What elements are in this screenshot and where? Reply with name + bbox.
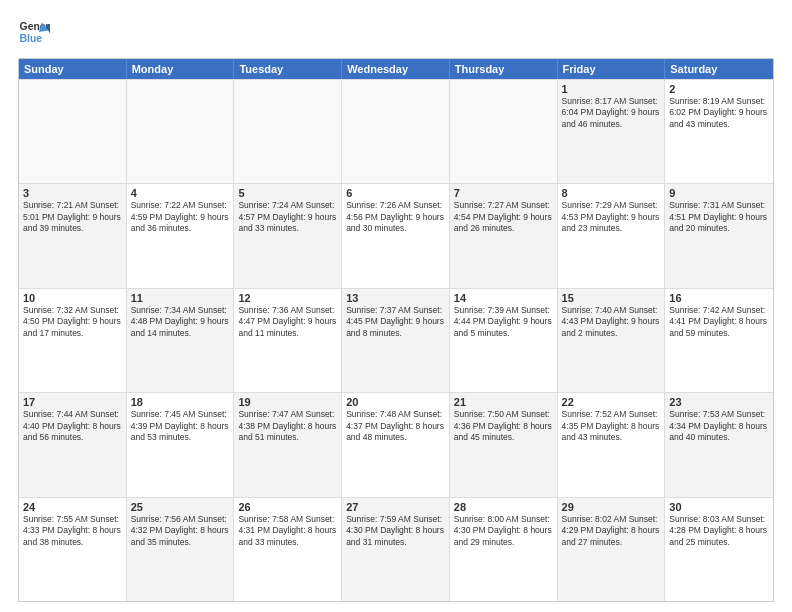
calendar-cell [19,80,127,183]
calendar-header-cell: Sunday [19,59,127,79]
day-info: Sunrise: 7:59 AM Sunset: 4:30 PM Dayligh… [346,514,445,548]
calendar-cell: 6Sunrise: 7:26 AM Sunset: 4:56 PM Daylig… [342,184,450,287]
calendar-cell: 26Sunrise: 7:58 AM Sunset: 4:31 PM Dayli… [234,498,342,601]
calendar-cell: 30Sunrise: 8:03 AM Sunset: 4:28 PM Dayli… [665,498,773,601]
day-number: 23 [669,396,769,408]
calendar-header-cell: Thursday [450,59,558,79]
calendar-header-cell: Friday [558,59,666,79]
calendar-header-cell: Tuesday [234,59,342,79]
calendar-cell: 15Sunrise: 7:40 AM Sunset: 4:43 PM Dayli… [558,289,666,392]
day-number: 27 [346,501,445,513]
day-number: 24 [23,501,122,513]
calendar-cell: 7Sunrise: 7:27 AM Sunset: 4:54 PM Daylig… [450,184,558,287]
day-number: 18 [131,396,230,408]
day-number: 19 [238,396,337,408]
day-info: Sunrise: 7:48 AM Sunset: 4:37 PM Dayligh… [346,409,445,443]
day-number: 16 [669,292,769,304]
calendar-cell: 11Sunrise: 7:34 AM Sunset: 4:48 PM Dayli… [127,289,235,392]
calendar-row: 10Sunrise: 7:32 AM Sunset: 4:50 PM Dayli… [19,288,773,392]
day-info: Sunrise: 7:32 AM Sunset: 4:50 PM Dayligh… [23,305,122,339]
calendar-cell [234,80,342,183]
day-number: 29 [562,501,661,513]
day-info: Sunrise: 8:00 AM Sunset: 4:30 PM Dayligh… [454,514,553,548]
calendar-cell: 18Sunrise: 7:45 AM Sunset: 4:39 PM Dayli… [127,393,235,496]
day-number: 7 [454,187,553,199]
calendar-cell: 1Sunrise: 8:17 AM Sunset: 6:04 PM Daylig… [558,80,666,183]
calendar-cell [127,80,235,183]
calendar-cell: 27Sunrise: 7:59 AM Sunset: 4:30 PM Dayli… [342,498,450,601]
calendar-row: 3Sunrise: 7:21 AM Sunset: 5:01 PM Daylig… [19,183,773,287]
day-info: Sunrise: 7:22 AM Sunset: 4:59 PM Dayligh… [131,200,230,234]
day-number: 3 [23,187,122,199]
calendar-cell: 16Sunrise: 7:42 AM Sunset: 4:41 PM Dayli… [665,289,773,392]
calendar-cell: 14Sunrise: 7:39 AM Sunset: 4:44 PM Dayli… [450,289,558,392]
calendar-header: SundayMondayTuesdayWednesdayThursdayFrid… [19,59,773,79]
header-row: General Blue [18,16,774,48]
calendar-cell: 9Sunrise: 7:31 AM Sunset: 4:51 PM Daylig… [665,184,773,287]
day-number: 11 [131,292,230,304]
day-number: 1 [562,83,661,95]
day-info: Sunrise: 8:02 AM Sunset: 4:29 PM Dayligh… [562,514,661,548]
day-info: Sunrise: 7:27 AM Sunset: 4:54 PM Dayligh… [454,200,553,234]
calendar-cell: 20Sunrise: 7:48 AM Sunset: 4:37 PM Dayli… [342,393,450,496]
day-info: Sunrise: 7:58 AM Sunset: 4:31 PM Dayligh… [238,514,337,548]
logo-icon: General Blue [18,16,50,48]
calendar: SundayMondayTuesdayWednesdayThursdayFrid… [18,58,774,602]
calendar-cell: 5Sunrise: 7:24 AM Sunset: 4:57 PM Daylig… [234,184,342,287]
day-info: Sunrise: 7:42 AM Sunset: 4:41 PM Dayligh… [669,305,769,339]
day-number: 4 [131,187,230,199]
calendar-cell: 3Sunrise: 7:21 AM Sunset: 5:01 PM Daylig… [19,184,127,287]
day-info: Sunrise: 8:17 AM Sunset: 6:04 PM Dayligh… [562,96,661,130]
day-number: 10 [23,292,122,304]
calendar-cell: 21Sunrise: 7:50 AM Sunset: 4:36 PM Dayli… [450,393,558,496]
calendar-header-cell: Saturday [665,59,773,79]
day-info: Sunrise: 7:55 AM Sunset: 4:33 PM Dayligh… [23,514,122,548]
day-info: Sunrise: 7:31 AM Sunset: 4:51 PM Dayligh… [669,200,769,234]
calendar-row: 1Sunrise: 8:17 AM Sunset: 6:04 PM Daylig… [19,79,773,183]
day-info: Sunrise: 8:03 AM Sunset: 4:28 PM Dayligh… [669,514,769,548]
day-number: 26 [238,501,337,513]
day-number: 21 [454,396,553,408]
day-number: 6 [346,187,445,199]
calendar-cell: 25Sunrise: 7:56 AM Sunset: 4:32 PM Dayli… [127,498,235,601]
calendar-cell: 12Sunrise: 7:36 AM Sunset: 4:47 PM Dayli… [234,289,342,392]
day-number: 8 [562,187,661,199]
day-number: 14 [454,292,553,304]
page: General Blue SundayMondayTuesdayWednesda… [0,0,792,612]
calendar-cell: 2Sunrise: 8:19 AM Sunset: 6:02 PM Daylig… [665,80,773,183]
day-number: 30 [669,501,769,513]
day-info: Sunrise: 7:45 AM Sunset: 4:39 PM Dayligh… [131,409,230,443]
calendar-header-cell: Wednesday [342,59,450,79]
calendar-cell: 13Sunrise: 7:37 AM Sunset: 4:45 PM Dayli… [342,289,450,392]
day-info: Sunrise: 7:53 AM Sunset: 4:34 PM Dayligh… [669,409,769,443]
calendar-cell: 24Sunrise: 7:55 AM Sunset: 4:33 PM Dayli… [19,498,127,601]
day-number: 12 [238,292,337,304]
calendar-row: 24Sunrise: 7:55 AM Sunset: 4:33 PM Dayli… [19,497,773,601]
calendar-cell: 28Sunrise: 8:00 AM Sunset: 4:30 PM Dayli… [450,498,558,601]
day-number: 20 [346,396,445,408]
day-info: Sunrise: 7:52 AM Sunset: 4:35 PM Dayligh… [562,409,661,443]
day-number: 17 [23,396,122,408]
logo: General Blue [18,16,50,48]
day-number: 9 [669,187,769,199]
day-info: Sunrise: 7:44 AM Sunset: 4:40 PM Dayligh… [23,409,122,443]
calendar-cell: 8Sunrise: 7:29 AM Sunset: 4:53 PM Daylig… [558,184,666,287]
day-number: 15 [562,292,661,304]
day-info: Sunrise: 7:36 AM Sunset: 4:47 PM Dayligh… [238,305,337,339]
day-number: 2 [669,83,769,95]
day-info: Sunrise: 7:39 AM Sunset: 4:44 PM Dayligh… [454,305,553,339]
day-info: Sunrise: 7:47 AM Sunset: 4:38 PM Dayligh… [238,409,337,443]
day-info: Sunrise: 7:37 AM Sunset: 4:45 PM Dayligh… [346,305,445,339]
calendar-cell: 23Sunrise: 7:53 AM Sunset: 4:34 PM Dayli… [665,393,773,496]
day-info: Sunrise: 7:40 AM Sunset: 4:43 PM Dayligh… [562,305,661,339]
calendar-cell: 19Sunrise: 7:47 AM Sunset: 4:38 PM Dayli… [234,393,342,496]
day-info: Sunrise: 7:34 AM Sunset: 4:48 PM Dayligh… [131,305,230,339]
day-number: 13 [346,292,445,304]
day-info: Sunrise: 7:26 AM Sunset: 4:56 PM Dayligh… [346,200,445,234]
calendar-cell [450,80,558,183]
day-info: Sunrise: 7:56 AM Sunset: 4:32 PM Dayligh… [131,514,230,548]
calendar-header-cell: Monday [127,59,235,79]
calendar-row: 17Sunrise: 7:44 AM Sunset: 4:40 PM Dayli… [19,392,773,496]
day-info: Sunrise: 7:24 AM Sunset: 4:57 PM Dayligh… [238,200,337,234]
day-info: Sunrise: 8:19 AM Sunset: 6:02 PM Dayligh… [669,96,769,130]
